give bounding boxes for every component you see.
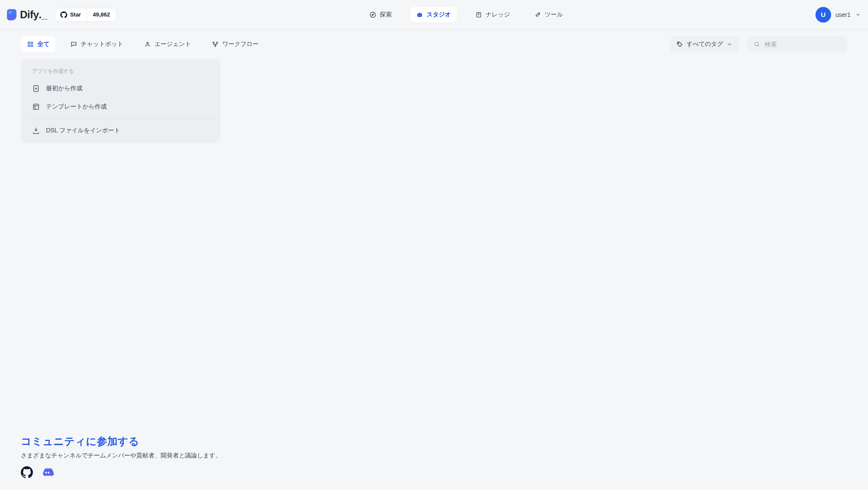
nav-explore-label: 探索 <box>380 11 392 19</box>
nav-knowledge-label: ナレッジ <box>486 11 510 19</box>
agent-icon <box>144 41 151 48</box>
search-icon <box>753 41 760 48</box>
nav-studio[interactable]: スタジオ <box>410 7 457 23</box>
github-icon <box>21 466 33 478</box>
chevron-down-icon <box>855 12 861 18</box>
filter-tab-agent[interactable]: エージェント <box>138 36 197 52</box>
create-app-card: アプリを作成する 最初から作成 テンプレートから作成 DSL ファイルをインポー… <box>21 59 220 143</box>
svg-rect-2 <box>417 13 422 16</box>
workflow-icon <box>212 41 219 48</box>
grid-icon <box>27 41 34 48</box>
chat-icon <box>70 41 77 48</box>
community-discord-link[interactable] <box>41 466 54 479</box>
tag-filter-label: すべてのタグ <box>687 40 723 48</box>
logo[interactable]: Dify._ <box>7 9 49 20</box>
import-dsl[interactable]: DSL ファイルをインポート <box>24 122 217 140</box>
logo-text: Dify._ <box>20 10 47 20</box>
logo-mark-icon <box>7 9 16 20</box>
community-section: コミュニティに参加する さまざまなチャンネルでチームメンバーや貢献者、開発者と議… <box>21 434 221 479</box>
nav-tools-label: ツール <box>545 11 563 19</box>
filter-tab-all-label: 全て <box>37 40 49 48</box>
book-icon <box>475 11 482 18</box>
community-heading: コミュニティに参加する <box>21 434 221 448</box>
create-app-title: アプリを作成する <box>24 65 217 79</box>
create-from-template[interactable]: テンプレートから作成 <box>24 98 217 116</box>
filter-tab-workflow[interactable]: ワークフロー <box>206 36 265 52</box>
import-dsl-label: DSL ファイルをインポート <box>46 127 120 135</box>
robot-icon <box>416 11 423 18</box>
svg-rect-11 <box>28 45 30 46</box>
github-star-button[interactable]: Star 49,862 <box>55 8 116 22</box>
filter-tab-workflow-label: ワークフロー <box>222 40 259 48</box>
search-field[interactable] <box>747 36 847 53</box>
svg-point-16 <box>215 46 216 47</box>
filter-tab-chatbot[interactable]: チャットボット <box>64 36 129 52</box>
search-input[interactable] <box>764 40 842 48</box>
user-name: user1 <box>835 11 851 18</box>
filter-bar: 全て チャットボット エージェント ワークフロー すべてのタグ <box>0 30 868 59</box>
svg-point-0 <box>370 12 375 17</box>
chevron-down-icon <box>727 41 733 47</box>
hammer-icon <box>534 11 541 18</box>
avatar: U <box>815 7 831 23</box>
nav-tools[interactable]: ツール <box>528 7 569 23</box>
filter-tab-all[interactable]: 全て <box>21 36 56 52</box>
community-github-link[interactable] <box>21 466 33 478</box>
top-nav: Dify._ Star 49,862 探索 スタジオ <box>0 0 868 30</box>
filter-tab-chatbot-label: チャットボット <box>81 40 123 48</box>
create-from-blank-label: 最初から作成 <box>46 85 82 92</box>
svg-point-4 <box>420 14 421 15</box>
svg-point-15 <box>217 42 218 43</box>
svg-point-18 <box>755 42 758 46</box>
svg-line-19 <box>758 46 760 47</box>
tag-filter-dropdown[interactable]: すべてのタグ <box>670 36 739 53</box>
main-nav: 探索 スタジオ ナレッジ ツール <box>116 7 815 23</box>
template-icon <box>32 103 40 111</box>
tag-icon <box>676 41 683 48</box>
create-from-blank[interactable]: 最初から作成 <box>24 79 217 98</box>
github-star-label: Star <box>70 11 81 18</box>
svg-point-13 <box>147 42 148 44</box>
svg-rect-5 <box>419 12 420 13</box>
github-icon <box>60 11 67 18</box>
svg-marker-1 <box>372 14 374 16</box>
import-icon <box>32 127 40 135</box>
svg-point-17 <box>678 43 679 43</box>
filter-tab-agent-label: エージェント <box>155 40 191 48</box>
svg-rect-12 <box>31 45 33 46</box>
nav-knowledge[interactable]: ナレッジ <box>469 7 516 23</box>
discord-icon <box>41 466 54 479</box>
user-menu[interactable]: U user1 <box>815 7 861 23</box>
file-plus-icon <box>32 85 40 92</box>
content-area: アプリを作成する 最初から作成 テンプレートから作成 DSL ファイルをインポー… <box>0 59 868 164</box>
github-star-count: 49,862 <box>87 11 116 18</box>
svg-rect-23 <box>33 104 39 109</box>
svg-rect-10 <box>31 42 33 44</box>
compass-icon <box>369 11 376 18</box>
nav-studio-label: スタジオ <box>427 11 451 19</box>
svg-point-14 <box>213 42 214 43</box>
create-from-template-label: テンプレートから作成 <box>46 103 107 111</box>
nav-explore[interactable]: 探索 <box>363 7 398 23</box>
divider <box>29 118 213 119</box>
community-subtext: さまざまなチャンネルでチームメンバーや貢献者、開発者と議論します。 <box>21 452 221 460</box>
svg-rect-9 <box>28 42 30 44</box>
svg-point-3 <box>418 14 419 15</box>
